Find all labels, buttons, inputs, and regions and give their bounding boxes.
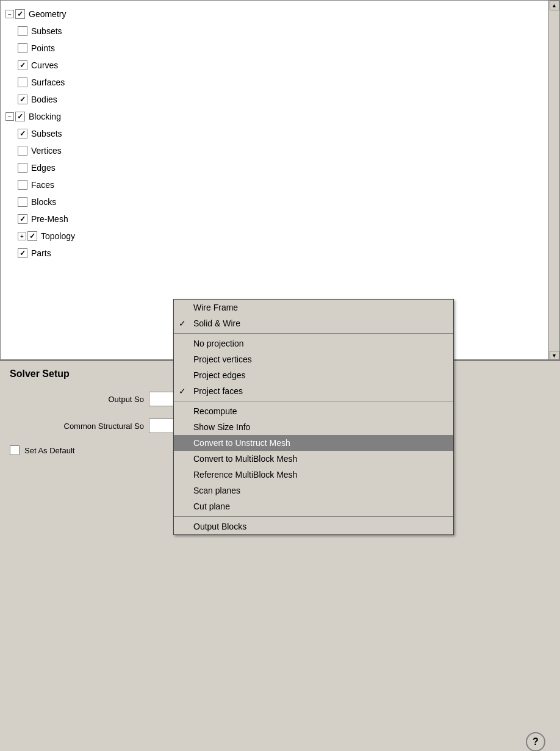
menu-item-solid-wire[interactable]: ✓ Solid & Wire — [174, 315, 453, 331]
help-icon[interactable]: ? — [526, 732, 545, 751]
output-solver-label: Output So — [10, 395, 144, 404]
separator-3 — [174, 516, 453, 517]
tree-item-parts[interactable]: Parts — [15, 245, 529, 262]
menu-label-output-blocks: Output Blocks — [193, 522, 246, 531]
checkbox-bodies[interactable] — [18, 95, 27, 104]
separator-2 — [174, 401, 453, 401]
checkbox-blocks[interactable] — [18, 197, 27, 207]
tree-item-points[interactable]: Points — [15, 40, 529, 57]
menu-item-scan-planes[interactable]: Scan planes — [174, 483, 453, 498]
menu-item-recompute[interactable]: Recompute — [174, 403, 453, 419]
menu-label-cut-plane: Cut plane — [193, 501, 230, 511]
checkbox-curves[interactable] — [18, 60, 27, 70]
menu-item-reference-multiblock[interactable]: Reference MultiBlock Mesh — [174, 467, 453, 483]
label-subsets2: Subsets — [31, 129, 62, 138]
checkbox-parts[interactable] — [18, 248, 27, 258]
label-premesh: Pre-Mesh — [31, 214, 68, 224]
menu-label-solid-wire: Solid & Wire — [193, 318, 240, 328]
checkbox-points[interactable] — [18, 43, 27, 53]
label-points: Points — [31, 43, 55, 53]
menu-label-project-edges: Project edges — [193, 370, 246, 380]
label-surfaces: Surfaces — [31, 77, 65, 87]
checkbox-subsets2[interactable] — [18, 129, 27, 138]
menu-label-wire-frame: Wire Frame — [193, 303, 238, 312]
scroll-down-arrow[interactable]: ▼ — [550, 351, 559, 360]
tree-item-vertices[interactable]: Vertices — [15, 142, 529, 159]
checkbox-blocking[interactable] — [15, 112, 25, 121]
menu-item-wire-frame[interactable]: Wire Frame — [174, 300, 453, 315]
checkbox-topology[interactable] — [27, 231, 37, 241]
label-subsets1: Subsets — [31, 26, 62, 36]
tree-item-curves[interactable]: Curves — [15, 57, 529, 74]
menu-label-show-size-info: Show Size Info — [193, 422, 250, 432]
menu-item-cut-plane[interactable]: Cut plane — [174, 498, 453, 514]
label-bodies: Bodies — [31, 95, 57, 104]
check-solid-wire: ✓ — [179, 318, 186, 328]
tree-item-subsets1[interactable]: Subsets — [15, 23, 529, 40]
checkbox-subsets1[interactable] — [18, 26, 27, 36]
menu-item-convert-unstruct[interactable]: Convert to Unstruct Mesh — [174, 435, 453, 451]
tree-item-blocks[interactable]: Blocks — [15, 193, 529, 210]
checkbox-vertices[interactable] — [18, 146, 27, 156]
menu-label-no-projection: No projection — [193, 339, 244, 348]
tree-scrollbar[interactable]: ▲ ▼ — [548, 1, 559, 360]
menu-label-convert-unstruct: Convert to Unstruct Mesh — [193, 438, 290, 448]
label-edges: Edges — [31, 163, 56, 173]
label-vertices: Vertices — [31, 146, 62, 156]
tree-item-surfaces[interactable]: Surfaces — [15, 74, 529, 91]
separator-1 — [174, 333, 453, 334]
tree-content: − Geometry Subsets Points Curves — [1, 1, 531, 267]
menu-label-recompute: Recompute — [193, 406, 237, 416]
menu-label-project-vertices: Project vertices — [193, 354, 252, 364]
label-faces: Faces — [31, 180, 54, 190]
check-project-faces: ✓ — [179, 386, 186, 396]
tree-item-edges[interactable]: Edges — [15, 159, 529, 176]
common-structural-label: Common Structural So — [10, 422, 144, 431]
checkbox-premesh[interactable] — [18, 214, 27, 224]
checkbox-faces[interactable] — [18, 180, 27, 190]
menu-label-scan-planes: Scan planes — [193, 486, 240, 495]
menu-item-no-projection[interactable]: No projection — [174, 336, 453, 351]
menu-item-convert-multiblock[interactable]: Convert to MultiBlock Mesh — [174, 451, 453, 467]
label-geometry: Geometry — [29, 9, 66, 19]
menu-label-project-faces: Project faces — [193, 386, 243, 396]
expand-geometry[interactable]: − — [5, 10, 14, 18]
menu-item-project-faces[interactable]: ✓ Project faces — [174, 383, 453, 399]
label-parts: Parts — [31, 248, 51, 258]
menu-label-convert-multiblock: Convert to MultiBlock Mesh — [193, 454, 297, 464]
menu-item-project-edges[interactable]: Project edges — [174, 367, 453, 383]
scroll-up-arrow[interactable]: ▲ — [550, 1, 559, 10]
tree-item-bodies[interactable]: Bodies — [15, 91, 529, 108]
tree-item-geometry[interactable]: − Geometry — [3, 5, 529, 23]
label-blocks: Blocks — [31, 197, 56, 207]
tree-item-topology[interactable]: + Topology — [15, 228, 529, 245]
expand-blocking[interactable]: − — [5, 112, 14, 121]
label-blocking: Blocking — [29, 112, 61, 121]
tree-item-blocking[interactable]: − Blocking — [3, 108, 529, 125]
checkbox-surfaces[interactable] — [18, 77, 27, 87]
tree-item-premesh[interactable]: Pre-Mesh — [15, 210, 529, 228]
label-topology: Topology — [41, 231, 75, 241]
label-curves: Curves — [31, 60, 58, 70]
menu-item-show-size-info[interactable]: Show Size Info — [174, 419, 453, 435]
expand-topology[interactable]: + — [18, 232, 26, 240]
context-menu: Wire Frame ✓ Solid & Wire No projection … — [173, 299, 454, 535]
checkbox-edges[interactable] — [18, 163, 27, 173]
menu-item-output-blocks[interactable]: Output Blocks — [174, 519, 453, 534]
set-default-label: Set As Default — [24, 446, 74, 455]
checkbox-geometry[interactable] — [15, 9, 25, 19]
menu-label-reference-multiblock: Reference MultiBlock Mesh — [193, 470, 297, 480]
menu-item-project-vertices[interactable]: Project vertices — [174, 351, 453, 367]
tree-item-subsets2[interactable]: Subsets — [15, 125, 529, 142]
tree-item-faces[interactable]: Faces — [15, 176, 529, 193]
set-default-checkbox[interactable] — [10, 445, 20, 455]
